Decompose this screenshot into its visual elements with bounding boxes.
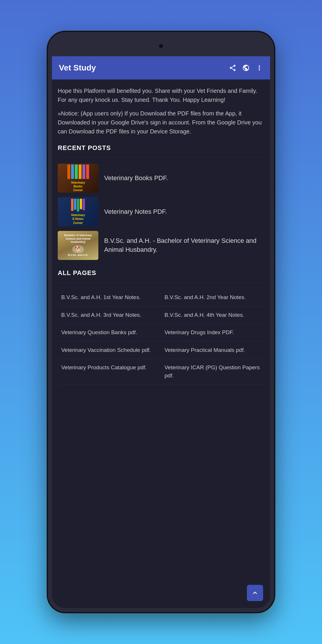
more-vert-icon	[256, 64, 263, 72]
page-link-3[interactable]: B.V.Sc. and A.H. 3rd Year Notes.	[58, 306, 161, 324]
notice-text: »Notice: (App users only) If you Downloa…	[58, 109, 264, 136]
more-menu-button[interactable]	[256, 64, 263, 72]
recent-posts-divider	[58, 158, 264, 158]
recent-posts-heading: RECENT POSTS	[58, 144, 264, 152]
page-link-7[interactable]: Veterinary Vaccination Schedule pdf.	[58, 341, 161, 359]
page-link-5[interactable]: Veterinary Question Banks pdf.	[58, 324, 161, 341]
status-bar	[52, 36, 270, 56]
post-item-2[interactable]: VeterinaryE-NotesCorner Veterinary Notes…	[58, 197, 264, 226]
post-title-1: Veterinary Books PDF.	[104, 174, 168, 183]
app-bar-icons	[229, 64, 263, 72]
post-item-1[interactable]: VeterinaryBooksCorner Veterinary Books P…	[58, 164, 264, 193]
phone-frame: Vet Study Hope this	[48, 32, 274, 612]
globe-button[interactable]	[242, 64, 250, 72]
all-pages-divider	[58, 283, 264, 283]
post-title-3: B.V.Sc. and A.H. - Bachelor of Veterinar…	[104, 236, 264, 254]
chevron-up-icon	[251, 589, 259, 597]
post-thumbnail-3: Bachelor of VeterinaryScience and Animal…	[58, 231, 98, 260]
page-link-9[interactable]: Veterinary Products Catalogue pdf.	[58, 359, 161, 384]
posts-list: VeterinaryBooksCorner Veterinary Books P…	[58, 164, 264, 260]
page-link-1[interactable]: B.V.Sc. and A.H. 1st Year Notes.	[58, 289, 161, 306]
page-link-4[interactable]: B.V.Sc. and A.H. 4th Year Notes.	[161, 306, 264, 324]
share-icon	[229, 64, 236, 72]
main-content: Hope this Platform will benefited you. S…	[52, 79, 270, 608]
intro-text: Hope this Platform will benefited you. S…	[58, 86, 264, 104]
pages-grid: B.V.Sc. and A.H. 1st Year Notes. B.V.Sc.…	[58, 289, 264, 384]
camera-notch	[159, 44, 163, 48]
app-title: Vet Study	[59, 63, 229, 73]
scroll-top-button[interactable]	[247, 585, 263, 601]
post-thumbnail-1: VeterinaryBooksCorner	[58, 164, 98, 193]
page-link-10[interactable]: Veterinary ICAR (PG) Question Papers pdf…	[161, 359, 264, 384]
post-item-3[interactable]: Bachelor of VeterinaryScience and Animal…	[58, 231, 264, 260]
all-pages-heading: ALL PAGES	[58, 269, 264, 277]
share-button[interactable]	[229, 64, 236, 72]
page-link-8[interactable]: Veterinary Practical Manuals pdf.	[161, 341, 264, 359]
page-link-6[interactable]: Veterinary Drugs Index PDF.	[161, 324, 264, 341]
app-bar: Vet Study	[52, 56, 270, 79]
page-link-2[interactable]: B.V.Sc. and A.H. 2nd Year Notes.	[161, 289, 264, 306]
globe-icon	[242, 64, 250, 72]
post-title-2: Veterinary Notes PDF.	[104, 207, 167, 216]
post-thumbnail-2: VeterinaryE-NotesCorner	[58, 197, 98, 226]
